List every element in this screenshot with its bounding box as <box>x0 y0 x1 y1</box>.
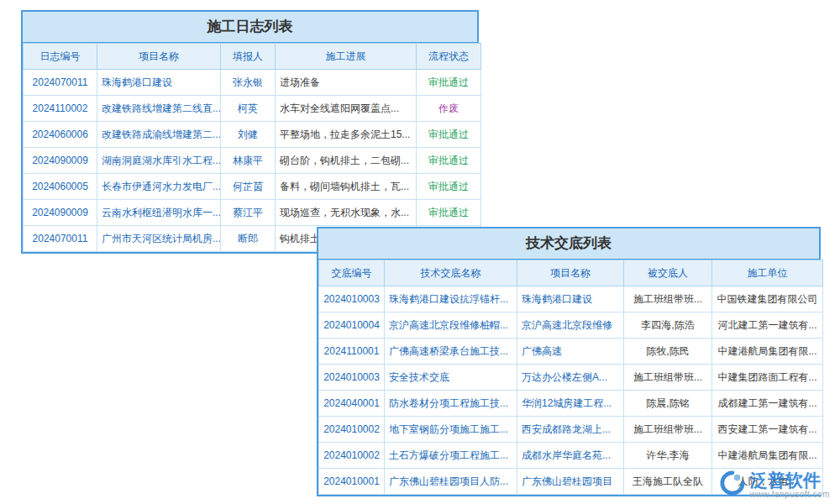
table-row[interactable]: 2024040001防水卷材分项工程施工技...华润12城房建工程...陈晨,陈… <box>319 391 823 417</box>
disclosure-name-cell[interactable]: 防水卷材分项工程施工技... <box>385 391 517 417</box>
column-header-unit: 施工单位 <box>712 260 823 286</box>
receiver-cell: 李四海,陈浩 <box>624 312 712 339</box>
table-row[interactable]: 2024090009湖南洞庭湖水库引水工程...林康平砌台阶，钩机排土，二包砌.… <box>24 148 481 174</box>
table-row[interactable]: 2024060006改建铁路成渝线增建第二...刘健平整场地，拉走多余泥土15.… <box>24 122 481 148</box>
disclosure-name-cell[interactable]: 广东佛山碧桂园项目人防... <box>385 469 517 495</box>
log-id-cell[interactable]: 2024070011 <box>24 226 97 252</box>
project-name-cell[interactable]: 广州市天河区统计局机房... <box>97 226 221 252</box>
fanpu-logo-icon <box>720 470 745 499</box>
table-row[interactable]: 2024010003珠海鹤港口建设抗浮锚杆...珠海鹤港口建设施工班组带班...… <box>319 286 823 312</box>
progress-cell: 备料，砌间墙钩机排土，瓦... <box>276 174 417 200</box>
column-header-log-id: 日志编号 <box>24 44 97 70</box>
panel-title: 技术交底列表 <box>318 228 819 260</box>
project-name-cell[interactable]: 西安成都路龙湖上... <box>517 417 624 443</box>
unit-cell: 中国铁建集团有限公司 <box>712 286 823 312</box>
column-header-disclosure-name: 技术交底名称 <box>385 260 517 286</box>
brand-name: 泛普软件 <box>750 470 830 490</box>
disclosure-table: 交底编号技术交底名称项目名称被交底人施工单位 2024010003珠海鹤港口建设… <box>318 260 823 495</box>
header-row: 交底编号技术交底名称项目名称被交底人施工单位 <box>319 260 823 286</box>
column-header-project-name: 项目名称 <box>517 260 624 286</box>
table-row[interactable]: 2024010002土石方爆破分项工程施工...成都水岸华庭名苑...许华,李海… <box>319 443 823 469</box>
status-cell: 审批通过 <box>417 70 481 96</box>
disclosure-id-cell[interactable]: 2024010002 <box>319 443 385 469</box>
status-cell: 审批通过 <box>417 200 481 226</box>
unit-cell: 中建港航局集团有限... <box>712 339 823 365</box>
disclosure-id-cell[interactable]: 2024010003 <box>319 286 385 312</box>
disclosure-id-cell[interactable]: 2024110001 <box>319 339 385 365</box>
log-id-cell[interactable]: 2024060005 <box>24 174 97 200</box>
column-header-progress: 施工进展 <box>276 44 417 70</box>
project-name-cell[interactable]: 万达办公楼左侧A... <box>517 365 624 391</box>
filler-cell[interactable]: 蔡江平 <box>221 200 276 226</box>
unit-cell: 西安建工第一建筑有... <box>712 417 823 443</box>
project-name-cell[interactable]: 云南水利枢纽潜明水库一... <box>97 200 221 226</box>
log-id-cell[interactable]: 2024070011 <box>24 70 97 96</box>
filler-cell[interactable]: 何芷茵 <box>221 174 276 200</box>
project-name-cell[interactable]: 改建铁路线增建第二线直... <box>97 96 221 122</box>
project-name-cell[interactable]: 改建铁路成渝线增建第二... <box>97 122 221 148</box>
construction-log-panel: 施工日志列表 日志编号项目名称填报人施工进展流程状态 2024070011珠海鹤… <box>21 10 479 254</box>
progress-cell: 水车对全线遮阳网覆盖点... <box>276 96 417 122</box>
filler-cell[interactable]: 柯英 <box>221 96 276 122</box>
log-id-cell[interactable]: 2024090009 <box>24 200 97 226</box>
receiver-cell: 许华,李海 <box>624 443 712 469</box>
table-row[interactable]: 2024110001广佛高速桥梁承台施工技...广佛高速陈牧,陈民中建港航局集团… <box>319 339 823 365</box>
filler-cell[interactable]: 刘健 <box>221 122 276 148</box>
project-name-cell[interactable]: 成都水岸华庭名苑... <box>517 443 624 469</box>
column-header-receiver: 被交底人 <box>624 260 712 286</box>
table-row[interactable]: 2024010002地下室钢筋分项施工施工...西安成都路龙湖上...施工班组带… <box>319 417 823 443</box>
unit-cell: 中建集团路面工程有... <box>712 365 823 391</box>
disclosure-id-cell[interactable]: 2024010002 <box>319 417 385 443</box>
table-row[interactable]: 2024010004京沪高速北京段维修桩帽...京沪高速北京段维修李四海,陈浩河… <box>319 312 823 339</box>
filler-cell[interactable]: 断郎 <box>221 226 276 252</box>
table-row[interactable]: 2024110002改建铁路线增建第二线直...柯英水车对全线遮阳网覆盖点...… <box>24 96 481 122</box>
project-name-cell[interactable]: 京沪高速北京段维修 <box>517 312 624 339</box>
unit-cell: 成都建工第一建筑有... <box>712 391 823 417</box>
table-row[interactable]: 2024010003安全技术交底万达办公楼左侧A...施工班组带班...中建集团… <box>319 365 823 391</box>
vendor-watermark: 泛普软件 www.fanpusoft.com <box>720 470 830 499</box>
project-name-cell[interactable]: 华润12城房建工程... <box>517 391 624 417</box>
panel-title: 施工日志列表 <box>23 12 477 43</box>
column-header-disclosure-id: 交底编号 <box>319 260 385 286</box>
project-name-cell[interactable]: 广佛高速 <box>517 339 624 365</box>
table-row[interactable]: 2024060005长春市伊通河水力发电厂...何芷茵备料，砌间墙钩机排土，瓦.… <box>24 174 481 200</box>
status-cell: 审批通过 <box>417 174 481 200</box>
header-row: 日志编号项目名称填报人施工进展流程状态 <box>24 44 481 70</box>
receiver-cell: 施工班组带班... <box>624 417 712 443</box>
receiver-cell: 王海施工队全队 <box>624 469 712 495</box>
disclosure-name-cell[interactable]: 安全技术交底 <box>385 365 517 391</box>
status-cell: 审批通过 <box>417 148 481 174</box>
log-id-cell[interactable]: 2024060006 <box>24 122 97 148</box>
disclosure-id-cell[interactable]: 2024010004 <box>319 312 385 339</box>
status-cell: 作废 <box>417 96 481 122</box>
table-row[interactable]: 2024090009云南水利枢纽潜明水库一...蔡江平现场巡查，无积水现象，水.… <box>24 200 481 226</box>
unit-cell: 中建港航局集团有限... <box>712 443 823 469</box>
tech-disclosure-panel: 技术交底列表 交底编号技术交底名称项目名称被交底人施工单位 2024010003… <box>317 227 821 496</box>
project-name-cell[interactable]: 珠海鹤港口建设 <box>517 286 624 312</box>
log-id-cell[interactable]: 2024110002 <box>24 96 97 122</box>
project-name-cell[interactable]: 广东佛山碧桂园项目 <box>517 469 624 495</box>
progress-cell: 砌台阶，钩机排土，二包砌... <box>276 148 417 174</box>
disclosure-id-cell[interactable]: 2024010003 <box>319 365 385 391</box>
disclosure-id-cell[interactable]: 2024010001 <box>319 469 385 495</box>
disclosure-name-cell[interactable]: 京沪高速北京段维修桩帽... <box>385 312 517 339</box>
disclosure-id-cell[interactable]: 2024040001 <box>319 391 385 417</box>
project-name-cell[interactable]: 长春市伊通河水力发电厂... <box>97 174 221 200</box>
disclosure-name-cell[interactable]: 广佛高速桥梁承台施工技... <box>385 339 517 365</box>
filler-cell[interactable]: 张永银 <box>221 70 276 96</box>
project-name-cell[interactable]: 湖南洞庭湖水库引水工程... <box>97 148 221 174</box>
filler-cell[interactable]: 林康平 <box>221 148 276 174</box>
receiver-cell: 陈晨,陈铭 <box>624 391 712 417</box>
brand-url: www.fanpusoft.com <box>750 490 830 499</box>
disclosure-name-cell[interactable]: 土石方爆破分项工程施工... <box>385 443 517 469</box>
receiver-cell: 施工班组带班... <box>624 286 712 312</box>
log-id-cell[interactable]: 2024090009 <box>24 148 97 174</box>
receiver-cell: 陈牧,陈民 <box>624 339 712 365</box>
project-name-cell[interactable]: 珠海鹤港口建设 <box>97 70 221 96</box>
disclosure-name-cell[interactable]: 地下室钢筋分项施工施工... <box>385 417 517 443</box>
table-row[interactable]: 2024070011珠海鹤港口建设张永银进场准备审批通过 <box>24 70 481 96</box>
column-header-filler: 填报人 <box>221 44 276 70</box>
disclosure-name-cell[interactable]: 珠海鹤港口建设抗浮锚杆... <box>385 286 517 312</box>
column-header-status: 流程状态 <box>417 44 481 70</box>
progress-cell: 平整场地，拉走多余泥土15... <box>276 122 417 148</box>
